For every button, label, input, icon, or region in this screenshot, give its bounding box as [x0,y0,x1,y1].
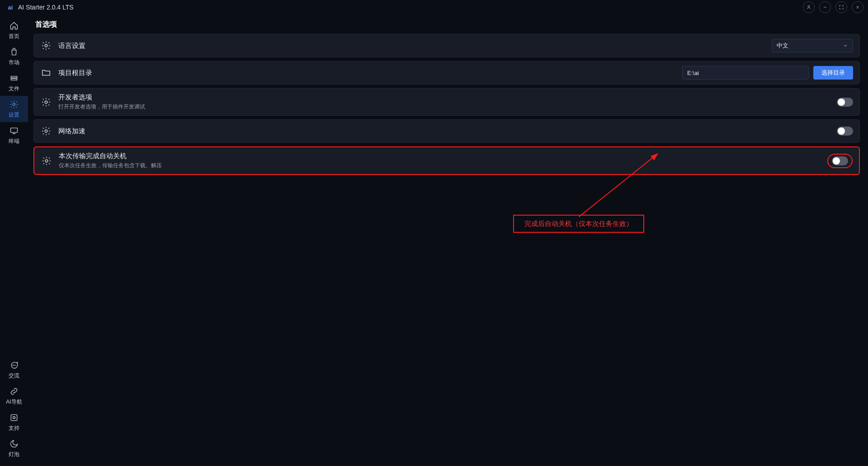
svg-rect-4 [11,76,17,77]
folder-icon [40,67,52,79]
svg-point-16 [45,101,47,104]
project-root-value: E:\ai [687,70,699,76]
gear-icon [40,96,52,108]
language-value: 中文 [777,42,788,50]
annotation-text: 完成后自动关机（仅本次任务生效） [524,220,633,228]
setting-label: 项目根目录 [58,69,676,77]
svg-point-14 [13,416,15,419]
project-root-input[interactable]: E:\ai [682,66,809,80]
nav-label: AI导航 [6,398,22,406]
nav-label: 灯泡 [9,451,19,458]
language-select[interactable]: 中文 [772,39,853,52]
choose-folder-button[interactable]: 选择目录 [813,66,853,80]
nav-label: 交流 [9,372,19,380]
svg-point-12 [15,365,15,365]
app-title: AI Starter 2.0.4 LTS [18,4,74,11]
nav-home[interactable]: 首页 [0,17,28,43]
link-icon [9,386,19,396]
setting-label: 语言设置 [58,42,765,50]
minimize-button[interactable] [819,1,831,13]
nav-label: 市场 [9,59,19,66]
setting-row-auto-shutdown: 本次传输完成自动关机 仅本次任务生效，传输任务包含下载、解压 [33,146,860,175]
market-icon [9,47,19,57]
setting-row-developer: 开发者选项 打开开发者选项，用于插件开发调试 [33,88,860,116]
terminal-icon [9,126,19,136]
svg-point-6 [13,103,15,105]
svg-point-11 [14,365,14,365]
svg-point-15 [45,44,47,47]
files-icon [9,73,19,83]
page-title: 首选项 [33,19,860,34]
nav-settings[interactable]: 设置 [0,96,28,122]
svg-point-18 [45,160,48,162]
nav-label: 支持 [9,424,19,432]
nav-files[interactable]: 文件 [0,70,28,96]
setting-label: 开发者选项 [58,93,830,102]
setting-label: 本次传输完成自动关机 [59,152,821,160]
nav-market[interactable]: 市场 [0,43,28,70]
nav-ai-link[interactable]: AI导航 [0,383,28,409]
sidebar: 首页 市场 文件 设置 终端 交流 [0,14,28,466]
nav-support[interactable]: 支持 [0,409,28,435]
svg-point-10 [13,365,13,365]
setting-desc: 仅本次任务生效，传输任务包含下载、解压 [59,162,821,169]
close-button[interactable] [852,1,863,13]
svg-point-17 [45,130,47,132]
chat-icon [9,360,19,370]
main-panel: 首选项 语言设置 中文 项目根目录 [28,14,868,466]
title-bar: ai AI Starter 2.0.4 LTS [0,0,868,14]
developer-toggle[interactable] [837,98,853,107]
nav-label: 首页 [9,33,19,40]
gear-icon [41,155,52,167]
nav-terminal[interactable]: 终端 [0,122,28,148]
annotation-label: 完成后自动关机（仅本次任务生效） [513,215,644,233]
setting-row-language: 语言设置 中文 [33,34,860,57]
nav-label: 终端 [9,137,19,145]
support-icon [9,413,19,423]
gear-icon [40,125,52,137]
nav-chat[interactable]: 交流 [0,357,28,383]
gear-icon [40,40,52,52]
setting-desc: 打开开发者选项，用于插件开发调试 [58,103,830,111]
setting-row-network: 网络加速 [33,119,860,143]
chevron-down-icon [843,43,848,48]
network-toggle[interactable] [837,127,853,136]
shutdown-toggle[interactable] [832,156,848,165]
app-logo-icon: ai [6,3,14,11]
setting-label: 网络加速 [58,127,830,136]
gear-icon [9,99,19,109]
maximize-button[interactable] [835,1,847,13]
svg-point-0 [808,5,810,7]
user-button[interactable] [803,1,815,13]
svg-rect-13 [11,414,17,420]
setting-row-project-root: 项目根目录 E:\ai 选择目录 [33,61,860,85]
svg-rect-5 [11,78,17,80]
home-icon [9,21,19,31]
moon-icon [9,439,19,449]
svg-rect-7 [11,128,18,132]
nav-theme[interactable]: 灯泡 [0,435,28,461]
nav-label: 设置 [9,111,19,119]
shutdown-toggle-highlight [827,154,853,168]
nav-label: 文件 [9,85,19,93]
